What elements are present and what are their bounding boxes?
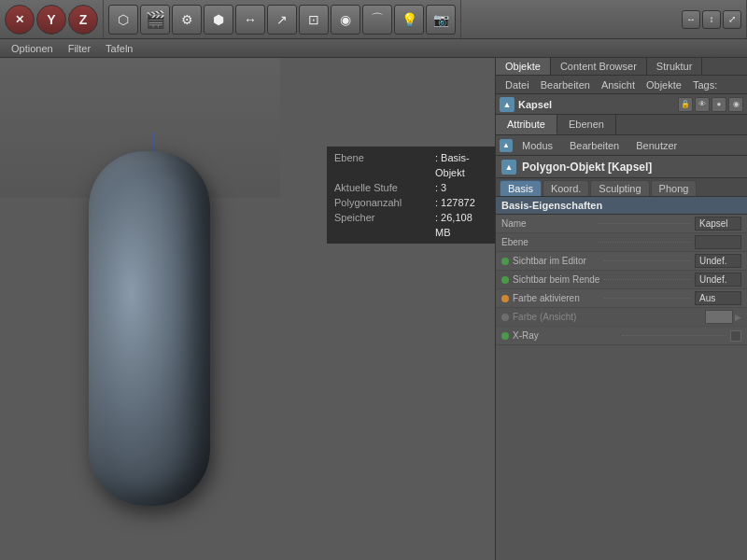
prop-label-sichtbar-editor: Sichtbar im Editor bbox=[513, 256, 600, 266]
attr-tabs: Attribute Ebenen bbox=[496, 115, 747, 135]
toolbar-group-shapes: ⬡ 🎬 ⚙ ⬢ ↔ ↗ ⊡ ◉ ⌒ 💡 📷 bbox=[104, 0, 461, 38]
toolbar-group-nav: ↔ ↕ ⤢ bbox=[677, 0, 747, 38]
object-name: Kapsel bbox=[518, 99, 552, 110]
toolbar-btn-x[interactable]: ✕ bbox=[5, 5, 35, 35]
toolbar-btn-cam[interactable]: 📷 bbox=[426, 5, 456, 35]
info-value-speicher: : 26,108 MB bbox=[435, 210, 487, 240]
attr-tab-attribute[interactable]: Attribute bbox=[496, 115, 557, 134]
toolbar-btn-3d[interactable]: ⬢ bbox=[204, 5, 233, 35]
object-row-icons: 🔒 👁 ● ◉ bbox=[678, 97, 743, 112]
info-row-speicher: Speicher : 26,108 MB bbox=[334, 210, 487, 240]
mode-btn-bearbeiten[interactable]: Bearbeiten bbox=[562, 139, 627, 152]
toolbar-btn-nav3[interactable]: ⤢ bbox=[723, 10, 741, 29]
sub-tab-phong[interactable]: Phong bbox=[651, 180, 698, 196]
toolbar-btn-z[interactable]: Z bbox=[68, 5, 98, 35]
prop-value-ebene[interactable] bbox=[695, 235, 741, 249]
prop-label-name: Name bbox=[501, 218, 595, 229]
tab-objekte[interactable]: Objekte bbox=[496, 58, 551, 75]
mode-row: ▲ Modus Bearbeiten Benutzer bbox=[496, 135, 747, 156]
capsule-shape bbox=[89, 151, 210, 506]
toolbar-btn-y[interactable]: Y bbox=[36, 5, 66, 35]
prop-label-xray: X-Ray bbox=[513, 330, 618, 341]
object-row: ▲ Kapsel 🔒 👁 ● ◉ bbox=[496, 94, 747, 115]
obj-icon-lock[interactable]: 🔒 bbox=[678, 97, 693, 112]
prop-dot-farbe-aktivieren bbox=[501, 295, 509, 302]
info-row-poly: Polygonanzahl : 127872 bbox=[334, 195, 487, 210]
toolbar-btn-sphere[interactable]: ◉ bbox=[331, 5, 360, 35]
toolbar-btn-light[interactable]: 💡 bbox=[394, 5, 424, 35]
panel-menu-objekte[interactable]: Objekte bbox=[641, 76, 687, 93]
panel-menu-datei[interactable]: Datei bbox=[500, 76, 535, 93]
object-icon: ▲ bbox=[500, 97, 514, 112]
prop-checkbox-xray[interactable] bbox=[730, 330, 741, 342]
sub-tabs: Basis Koord. Sculpting Phong bbox=[496, 178, 747, 197]
prop-label-farbe-ansicht: Farbe (Ansicht) bbox=[513, 312, 605, 322]
panel-menu-ansicht[interactable]: Ansicht bbox=[596, 76, 641, 93]
toolbar-btn-cube[interactable]: ⬡ bbox=[108, 5, 138, 35]
section-header: Basis-Eigenschaften bbox=[496, 197, 747, 215]
prop-dot-sichtbar-rendern bbox=[501, 276, 509, 284]
obj-icon-dot2[interactable]: ◉ bbox=[728, 97, 743, 112]
info-overlay: Ebene : Basis-Objekt Aktuelle Stufe : 3 … bbox=[327, 147, 495, 244]
attr-tab-ebenen[interactable]: Ebenen bbox=[557, 115, 616, 134]
prop-row-sichtbar-rendern: Sichtbar beim Rendern Undef. bbox=[496, 271, 747, 289]
prop-row-xray: X-Ray bbox=[496, 327, 747, 345]
toolbar-btn-arrow[interactable]: ↗ bbox=[267, 5, 297, 35]
toolbar-btn-move[interactable]: ↔ bbox=[235, 5, 265, 35]
toolbar-btn-nurbs[interactable]: ⌒ bbox=[362, 5, 392, 35]
toolbar: ✕ Y Z ⬡ 🎬 ⚙ ⬢ ↔ ↗ ⊡ ◉ ⌒ 💡 📷 ↔ ↕ ⤢ bbox=[0, 0, 747, 39]
prop-row-sichtbar-editor: Sichtbar im Editor Undef. bbox=[496, 252, 747, 271]
prop-dot-farbe-ansicht bbox=[501, 314, 509, 321]
toolbar-btn-nav1[interactable]: ↔ bbox=[682, 10, 700, 29]
panel-top-tabs: Objekte Content Browser Struktur bbox=[496, 58, 747, 76]
prop-row-farbe-ansicht: Farbe (Ansicht) ▶ bbox=[496, 308, 747, 327]
prop-dot-sichtbar-editor bbox=[501, 258, 509, 265]
properties-list: Name Kapsel Ebene Sichtbar im Editor Und… bbox=[496, 215, 747, 560]
object-title-row: ▲ Polygon-Objekt [Kapsel] bbox=[496, 156, 747, 178]
prop-label-sichtbar-rendern: Sichtbar beim Rendern bbox=[513, 274, 600, 285]
prop-label-farbe-aktivieren: Farbe aktivieren bbox=[513, 293, 600, 303]
prop-value-sichtbar-editor[interactable]: Undef. bbox=[695, 254, 741, 268]
prop-value-sichtbar-rendern[interactable]: Undef. bbox=[695, 273, 741, 287]
main-layout: Ebene : Basis-Objekt Aktuelle Stufe : 3 … bbox=[0, 58, 747, 560]
info-value-stufe: : 3 bbox=[435, 180, 446, 195]
info-value-ebene: : Basis-Objekt bbox=[435, 150, 487, 180]
prop-label-ebene: Ebene bbox=[501, 237, 595, 247]
right-panel: Objekte Content Browser Struktur Datei B… bbox=[495, 58, 747, 560]
sub-tab-sculpting[interactable]: Sculpting bbox=[590, 180, 649, 196]
info-value-poly: : 127872 bbox=[435, 195, 475, 210]
panel-menu-bearbeiten[interactable]: Bearbeiten bbox=[535, 76, 596, 93]
obj-title-icon: ▲ bbox=[501, 160, 516, 175]
sub-tab-koord[interactable]: Koord. bbox=[543, 180, 589, 196]
info-row-stufe: Aktuelle Stufe : 3 bbox=[334, 180, 487, 195]
mode-btn-modus[interactable]: Modus bbox=[514, 139, 560, 152]
tab-content-browser[interactable]: Content Browser bbox=[551, 58, 647, 75]
menu-tafeln[interactable]: Tafeln bbox=[98, 39, 140, 57]
prop-row-farbe-aktivieren: Farbe aktivieren Aus bbox=[496, 289, 747, 308]
menu-filter[interactable]: Filter bbox=[61, 39, 98, 57]
mode-btn-benutzer[interactable]: Benutzer bbox=[628, 139, 684, 152]
menu-optionen[interactable]: Optionen bbox=[4, 39, 61, 57]
info-row-ebene: Ebene : Basis-Objekt bbox=[334, 150, 487, 180]
panel-menu-tags[interactable]: Tags: bbox=[687, 76, 723, 93]
info-label-ebene: Ebene bbox=[334, 150, 428, 180]
viewport[interactable]: Ebene : Basis-Objekt Aktuelle Stufe : 3 … bbox=[0, 58, 495, 560]
toolbar-btn-gear[interactable]: ⚙ bbox=[172, 5, 202, 35]
toolbar-btn-nav2[interactable]: ↕ bbox=[702, 10, 721, 29]
prop-row-ebene: Ebene bbox=[496, 233, 747, 252]
prop-value-farbe-ansicht[interactable] bbox=[705, 310, 733, 324]
capsule-object bbox=[89, 151, 210, 506]
panel-menubar: Datei Bearbeiten Ansicht Objekte Tags: bbox=[496, 76, 747, 94]
tab-struktur[interactable]: Struktur bbox=[647, 58, 703, 75]
prop-row-name: Name Kapsel bbox=[496, 215, 747, 233]
prop-value-farbe-aktivieren[interactable]: Aus bbox=[695, 291, 741, 305]
info-label-stufe: Aktuelle Stufe bbox=[334, 180, 428, 195]
toolbar-btn-film[interactable]: 🎬 bbox=[140, 5, 170, 35]
object-title: Polygon-Objekt [Kapsel] bbox=[522, 161, 652, 174]
prop-value-name[interactable]: Kapsel bbox=[695, 217, 741, 231]
sub-tab-basis[interactable]: Basis bbox=[500, 180, 542, 196]
obj-icon-eye[interactable]: 👁 bbox=[695, 97, 710, 112]
prop-dot-xray bbox=[501, 332, 509, 340]
obj-icon-dot1[interactable]: ● bbox=[712, 97, 726, 112]
toolbar-btn-deform[interactable]: ⊡ bbox=[299, 5, 329, 35]
